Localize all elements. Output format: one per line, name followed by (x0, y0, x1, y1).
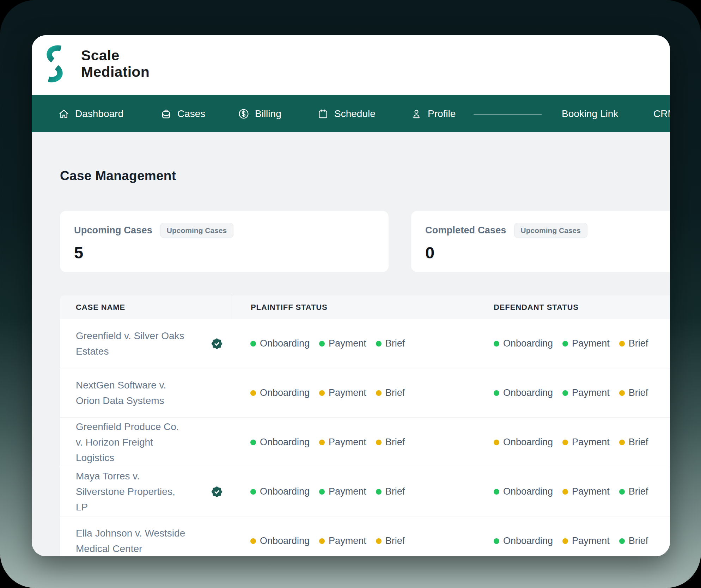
status-dot-icon (376, 489, 382, 495)
verified-badge-icon (211, 486, 223, 498)
table-row[interactable]: Maya Torres v. Silverstone Properties, L… (60, 467, 670, 516)
brand-name-line2: Mediation (81, 64, 150, 80)
status-label: Brief (385, 486, 405, 497)
status-dot-icon (494, 489, 499, 495)
status-label: Onboarding (503, 437, 553, 448)
status-item: Onboarding (250, 535, 310, 546)
status-item: Onboarding (494, 486, 553, 497)
nav-label: Schedule (334, 108, 376, 120)
nav-label: Billing (255, 108, 281, 120)
nav-item-billing[interactable]: Billing (238, 95, 281, 132)
nav-item-booking-link[interactable]: Booking Link (562, 95, 618, 132)
status-item: Brief (619, 338, 648, 349)
status-label: Brief (629, 535, 648, 546)
defendant-status-group: OnboardingPaymentBrief (474, 486, 670, 497)
status-item: Payment (319, 387, 366, 398)
column-header-case-name: CASE NAME (60, 303, 233, 312)
nav-label: CRM (653, 108, 670, 120)
defendant-status-group: OnboardingPaymentBrief (474, 387, 670, 398)
stat-label: Completed Cases (425, 225, 506, 236)
case-table-header: CASE NAME PLAINTIFF STATUS DEFENDANT STA… (60, 295, 670, 319)
plaintiff-status-group: OnboardingPaymentBrief (233, 387, 474, 398)
status-label: Payment (572, 387, 610, 398)
plaintiff-status-group: OnboardingPaymentBrief (233, 486, 474, 497)
status-item: Payment (562, 387, 610, 398)
status-label: Brief (385, 387, 405, 398)
status-dot-icon (494, 440, 499, 445)
status-dot-icon (619, 390, 625, 396)
nav-item-profile[interactable]: Profile (411, 95, 456, 132)
status-item: Brief (619, 535, 648, 546)
status-dot-icon (562, 390, 568, 396)
nav-label: Booking Link (562, 108, 618, 120)
status-item: Onboarding (494, 387, 553, 398)
case-name-cell: Maya Torres v. Silverstone Properties, L… (60, 468, 233, 515)
status-label: Onboarding (503, 387, 553, 398)
nav-item-dashboard[interactable]: Dashboard (58, 95, 123, 132)
status-label: Payment (572, 437, 610, 448)
status-item: Payment (319, 437, 366, 448)
person-icon (411, 108, 422, 120)
table-row[interactable]: Greenfield Produce Co. v. Horizon Freigh… (60, 418, 670, 467)
status-label: Onboarding (260, 437, 310, 448)
scale-mediation-logo-icon (42, 43, 67, 85)
status-item: Payment (319, 338, 366, 349)
status-dot-icon (562, 489, 568, 495)
status-label: Onboarding (503, 535, 553, 546)
plaintiff-status-group: OnboardingPaymentBrief (233, 437, 474, 448)
status-dot-icon (562, 440, 568, 445)
status-dot-icon (250, 390, 256, 396)
status-item: Onboarding (250, 338, 310, 349)
nav-item-crm[interactable]: CRM (653, 95, 670, 132)
status-item: Brief (376, 387, 405, 398)
status-item: Onboarding (250, 387, 310, 398)
status-label: Payment (329, 535, 366, 546)
status-dot-icon (250, 440, 256, 445)
nav-item-cases[interactable]: Cases (160, 95, 205, 132)
status-item: Payment (319, 486, 366, 497)
status-label: Onboarding (503, 338, 553, 349)
status-item: Payment (562, 535, 610, 546)
status-dot-icon (562, 538, 568, 544)
status-label: Brief (629, 437, 648, 448)
status-dot-icon (319, 489, 325, 495)
nav-divider (474, 114, 542, 115)
table-row[interactable]: NextGen Software v. Orion Data Systems O… (60, 368, 670, 418)
case-name: Greenfield v. Silver Oaks Estates (76, 328, 187, 359)
page-title: Case Management (60, 169, 670, 183)
main-content: Case Management Upcoming Cases Upcoming … (32, 132, 670, 556)
status-dot-icon (250, 341, 256, 347)
status-dot-icon (319, 390, 325, 396)
status-dot-icon (319, 341, 325, 347)
nav-label: Dashboard (75, 108, 123, 120)
status-label: Payment (329, 437, 366, 448)
status-dot-icon (494, 341, 499, 347)
column-header-plaintiff-status: PLAINTIFF STATUS (233, 295, 474, 319)
verified-badge-icon (211, 338, 223, 350)
plaintiff-status-group: OnboardingPaymentBrief (233, 338, 474, 349)
status-dot-icon (494, 390, 499, 396)
status-label: Payment (572, 535, 610, 546)
status-dot-icon (319, 538, 325, 544)
stat-badge: Upcoming Cases (514, 223, 587, 238)
status-dot-icon (619, 341, 625, 347)
status-label: Payment (329, 387, 366, 398)
stat-label: Upcoming Cases (74, 225, 152, 236)
nav-item-schedule[interactable]: Schedule (317, 95, 376, 132)
case-name: NextGen Software v. Orion Data Systems (76, 378, 187, 409)
case-name-cell: Greenfield v. Silver Oaks Estates (60, 328, 233, 359)
table-row[interactable]: Ella Johnson v. Westside Medical Center … (60, 516, 670, 556)
case-name: Maya Torres v. Silverstone Properties, L… (76, 468, 187, 515)
brand-logo[interactable]: Scale Mediation (42, 43, 150, 85)
status-item: Onboarding (494, 437, 553, 448)
defendant-status-group: OnboardingPaymentBrief (474, 338, 670, 349)
status-label: Brief (629, 486, 648, 497)
completed-cases-card: Completed Cases Upcoming Cases 0 (411, 211, 670, 272)
status-label: Brief (629, 338, 648, 349)
defendant-status-group: OnboardingPaymentBrief (474, 535, 670, 546)
stat-cards: Upcoming Cases Upcoming Cases 5 Complete… (60, 211, 670, 272)
case-table-body: Greenfield v. Silver Oaks Estates Onboar… (60, 319, 670, 556)
status-dot-icon (250, 489, 256, 495)
table-row[interactable]: Greenfield v. Silver Oaks Estates Onboar… (60, 319, 670, 368)
status-dot-icon (494, 538, 499, 544)
